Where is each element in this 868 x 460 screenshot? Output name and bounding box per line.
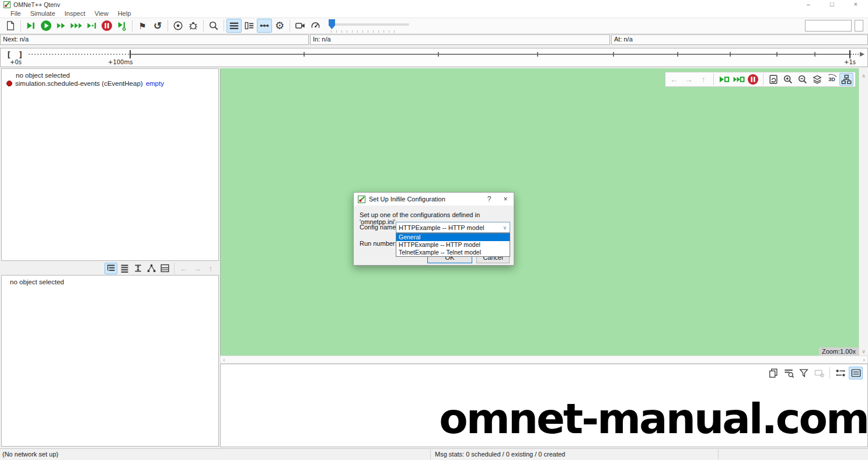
run-button[interactable] <box>39 19 54 33</box>
tree-item-empty-link[interactable]: empty <box>146 80 164 87</box>
menu-view[interactable]: View <box>90 10 113 17</box>
tree-item-label[interactable]: simulation.scheduled-events (cEventHeap) <box>15 80 143 87</box>
record-video-button[interactable] <box>292 19 308 33</box>
new-file-button[interactable] <box>3 19 18 33</box>
dialog-help-button[interactable]: ? <box>481 193 497 205</box>
view-log-mode-button[interactable] <box>226 19 242 33</box>
stop-button[interactable] <box>99 19 114 33</box>
dropdown-option-telnetexample[interactable]: TelnetExample -- Telnet model <box>396 249 510 256</box>
view-messages-mode-button[interactable] <box>257 19 272 33</box>
up-icon: ↑ <box>702 75 706 84</box>
canvas-stop-button[interactable] <box>746 73 760 86</box>
graph-mode-button[interactable] <box>145 263 158 274</box>
filter-log-button[interactable] <box>797 367 811 379</box>
timeline-label-zero: +0s <box>10 59 22 65</box>
speed-slider[interactable] <box>327 18 415 33</box>
close-button[interactable]: × <box>854 2 857 8</box>
main-toolbar: ⚑ ↺ ⚙ <box>0 18 868 34</box>
flat-list-icon <box>120 263 130 273</box>
log-display-mode-button[interactable] <box>849 367 863 379</box>
canvas-toolbar: ← → ↑ <box>665 72 856 87</box>
object-tree-panel[interactable]: no object selected simulation.scheduled-… <box>1 68 219 261</box>
inheritance-mode-button[interactable] <box>131 263 144 274</box>
object-inspector-panel[interactable]: no object selected <box>1 275 219 447</box>
zoom-out-icon <box>797 74 808 85</box>
fast-run-icon <box>56 20 67 31</box>
run-icon <box>40 20 52 32</box>
find-in-log-button[interactable] <box>782 367 796 379</box>
run-until-button[interactable] <box>84 19 99 33</box>
network-canvas[interactable]: ← → ↑ <box>220 68 859 356</box>
run-until-module-button[interactable] <box>717 73 731 86</box>
toolbar-mini-button[interactable] <box>855 20 863 32</box>
inspector-up-button[interactable]: ↑ <box>204 263 217 274</box>
list-mode-button[interactable] <box>118 263 131 274</box>
step-button[interactable] <box>23 19 39 33</box>
find-lines-icon <box>783 368 794 378</box>
chevron-down-icon: ∨ <box>503 225 510 231</box>
message-dots-icon <box>259 20 270 31</box>
menu-file[interactable]: File <box>6 10 26 17</box>
inspector-back-button[interactable]: ← <box>177 263 190 274</box>
canvas-vertical-scrollbar[interactable]: ∧ ∨ <box>859 68 868 356</box>
configure-message-display-button[interactable] <box>812 367 826 379</box>
module-graph-icon <box>841 74 852 85</box>
preferences-button[interactable]: ⚙ <box>272 19 287 33</box>
canvas-back-button[interactable]: ← <box>667 73 681 86</box>
tree-mode-button[interactable] <box>104 263 117 274</box>
forward-icon: → <box>685 75 693 84</box>
event-timeline[interactable]: [ ] +0s +100ms +1s <box>0 48 868 67</box>
zoom-out-button[interactable] <box>796 73 810 86</box>
scroll-down-icon[interactable]: ∨ <box>859 349 868 354</box>
canvas-forward-button[interactable]: → <box>682 73 696 86</box>
status-bar: (No network set up) Msg stats: 0 schedul… <box>0 448 868 460</box>
debug-button[interactable] <box>186 19 201 33</box>
slider-handle[interactable] <box>329 19 335 29</box>
view-compact-mode-button[interactable] <box>242 19 257 33</box>
packet-mode-button[interactable] <box>158 263 171 274</box>
inspector-forward-button[interactable]: → <box>191 263 204 274</box>
reload-button[interactable]: ↺ <box>150 19 165 33</box>
omnetpp-qtenv-window: OMNeT++ Qtenv – □ × File Simulate Inspec… <box>0 0 868 460</box>
timeline-label-mid: +100ms <box>108 59 133 65</box>
speed-button[interactable] <box>308 19 323 33</box>
menu-simulate[interactable]: Simulate <box>26 10 60 17</box>
new-file-icon <box>5 20 16 31</box>
dialog-title-bar[interactable]: Set Up Inifile Configuration ? × <box>354 193 514 205</box>
config-name-combobox[interactable]: HTTPExample -- HTTP model ∨ <box>396 222 510 233</box>
dropdown-option-httpexample[interactable]: HTTPExample -- HTTP model <box>396 241 510 249</box>
dropdown-option-general[interactable]: General <box>396 234 510 241</box>
layers-button[interactable] <box>810 73 824 86</box>
show-network-button[interactable] <box>839 73 853 86</box>
canvas-horizontal-scrollbar[interactable]: ‹ › <box>220 356 868 364</box>
scroll-left-icon[interactable]: ‹ <box>223 356 225 363</box>
timeline-bracket-open: [ <box>8 50 10 58</box>
back-icon: ← <box>180 264 188 273</box>
next-event-status: Next: n/a <box>0 34 309 45</box>
relayout-button[interactable] <box>766 73 780 86</box>
canvas-up-button[interactable]: ↑ <box>696 73 710 86</box>
scroll-up-icon[interactable]: ∧ <box>859 73 868 79</box>
zoom-in-button[interactable] <box>781 73 795 86</box>
menu-help[interactable]: Help <box>113 10 136 17</box>
menu-bar: File Simulate Inspect View Help <box>0 9 868 18</box>
tree-item-scheduled-events[interactable]: simulation.scheduled-events (cEventHeap)… <box>6 80 218 87</box>
record-eventlog-button[interactable] <box>170 19 186 33</box>
toggle-3d-button[interactable]: 3D <box>825 73 839 86</box>
message-trace-button[interactable] <box>834 367 848 379</box>
dialog-close-button[interactable]: × <box>497 193 514 205</box>
maximize-button[interactable]: □ <box>830 2 834 8</box>
minimize-button[interactable]: – <box>807 2 810 8</box>
debug-next-event-button[interactable] <box>114 19 130 33</box>
scroll-right-icon[interactable]: › <box>863 356 865 363</box>
copy-button[interactable] <box>766 367 780 379</box>
fast-run-until-module-button[interactable] <box>731 73 745 86</box>
fast-run-button[interactable] <box>54 19 69 33</box>
slider-track[interactable] <box>330 23 409 26</box>
config-dropdown-list: General HTTPExample -- HTTP model Telnet… <box>396 233 510 257</box>
find-objects-button[interactable] <box>206 19 221 33</box>
express-run-button[interactable] <box>69 19 84 33</box>
flag-button[interactable]: ⚑ <box>135 19 150 33</box>
menu-inspect[interactable]: Inspect <box>60 10 90 17</box>
toolbar-search-input[interactable] <box>805 20 852 32</box>
